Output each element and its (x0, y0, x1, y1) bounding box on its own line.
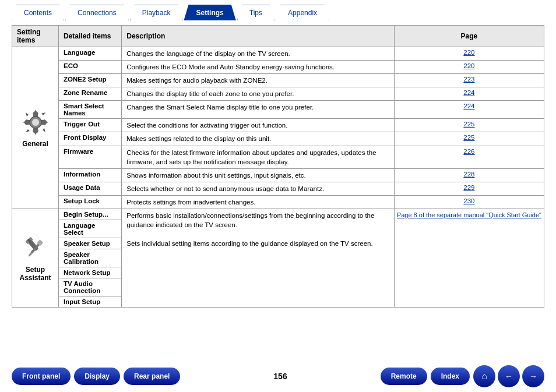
detail-language: Language (59, 47, 122, 61)
page-setup-assistant: Page 8 of the separate manual "Quick Sta… (394, 209, 544, 308)
forward-icon: → (529, 372, 537, 381)
desc-eco: Configures the ECO Mode and Auto Standby… (122, 61, 395, 74)
detail-zone-rename: Zone Rename (59, 87, 122, 101)
detail-front-display: Front Display (59, 132, 122, 146)
tab-appendix[interactable]: Appendix (276, 5, 329, 20)
detail-network-setup: Network Setup (59, 267, 122, 278)
back-icon: ← (505, 372, 513, 381)
table-row: Setup Assistant Begin Setup... Performs … (12, 209, 544, 220)
general-label: General (15, 139, 56, 149)
detail-speaker-calibration: Speaker Calibration (59, 249, 122, 267)
footer-nav-buttons: Front panel Display Rear panel (12, 368, 180, 385)
front-panel-button[interactable]: Front panel (12, 368, 71, 385)
tab-playback[interactable]: Playback (130, 5, 183, 20)
detail-language-select: Language Select (59, 220, 122, 238)
col-header-description: Description (122, 26, 395, 47)
tab-connections[interactable]: Connections (65, 5, 129, 20)
footer: Front panel Display Rear panel 156 Remot… (0, 361, 556, 392)
main-content: Setting items Detailed items Description… (0, 20, 556, 361)
detail-input-setup: Input Setup (59, 296, 122, 308)
detail-setup-lock: Setup Lock (59, 195, 122, 209)
nav-tabs: Contents Connections Playback Settings T… (0, 0, 556, 20)
tab-settings[interactable]: Settings (184, 5, 235, 20)
setup-assistant-label: Setup Assistant (15, 264, 56, 283)
footer-icon-buttons: ⌂ ← → (473, 365, 544, 387)
desc-smart-select: Changes the Smart Select Name display ti… (122, 101, 395, 119)
desc-usage-data: Selects whether or not to send anonymous… (122, 182, 395, 195)
table-row: ECO Configures the ECO Mode and Auto Sta… (12, 61, 544, 74)
settings-table: Setting items Detailed items Description… (12, 25, 544, 308)
home-icon: ⌂ (481, 371, 487, 382)
detail-eco: ECO (59, 61, 122, 74)
display-button[interactable]: Display (74, 368, 120, 385)
table-row: General Language Changes the language of… (12, 47, 544, 61)
desc-zone2: Makes settings for audio playback with Z… (122, 74, 395, 87)
remote-button[interactable]: Remote (381, 368, 427, 385)
tab-tips[interactable]: Tips (237, 5, 275, 20)
footer-right-buttons: Remote Index ⌂ ← → (381, 365, 544, 387)
page-information[interactable]: 228 (394, 168, 544, 182)
desc-information: Shows information about this unit settin… (122, 168, 395, 182)
page-language[interactable]: 220 (394, 47, 544, 61)
home-button[interactable]: ⌂ (473, 365, 495, 387)
desc-firmware: Checks for the latest firmware informati… (122, 146, 395, 168)
page-number: 156 (268, 372, 293, 381)
desc-setup-assistant: Performs basic installation/connections/… (122, 209, 395, 308)
desc-setup-lock: Protects settings from inadvertent chang… (122, 195, 395, 209)
table-row: Trigger Out Select the conditions for ac… (12, 119, 544, 132)
page-setup-lock[interactable]: 230 (394, 195, 544, 209)
detail-begin-setup: Begin Setup... (59, 209, 122, 220)
col-header-setting: Setting items (12, 26, 59, 47)
page-front-display[interactable]: 225 (394, 132, 544, 146)
desc-language: Changes the language of the display on t… (122, 47, 395, 61)
detail-speaker-setup: Speaker Setup (59, 238, 122, 249)
table-row: ZONE2 Setup Makes settings for audio pla… (12, 74, 544, 87)
general-icon-cell: General (12, 47, 59, 209)
col-header-detail: Detailed items (59, 26, 122, 47)
setup-assistant-icon-cell: Setup Assistant (12, 209, 59, 308)
table-row: Setup Lock Protects settings from inadve… (12, 195, 544, 209)
forward-button[interactable]: → (522, 365, 544, 387)
rear-panel-button[interactable]: Rear panel (124, 368, 180, 385)
table-row: Information Shows information about this… (12, 168, 544, 182)
desc-zone-rename: Changes the display title of each zone t… (122, 87, 395, 101)
detail-smart-select: Smart Select Names (59, 101, 122, 119)
table-row: Smart Select Names Changes the Smart Sel… (12, 101, 544, 119)
page-usage-data[interactable]: 229 (394, 182, 544, 195)
page-smart-select[interactable]: 224 (394, 101, 544, 119)
table-row: Zone Rename Changes the display title of… (12, 87, 544, 101)
tab-contents[interactable]: Contents (12, 5, 64, 20)
table-row: Usage Data Selects whether or not to sen… (12, 182, 544, 195)
table-row: Firmware Checks for the latest firmware … (12, 146, 544, 168)
index-button[interactable]: Index (431, 368, 470, 385)
desc-front-display: Makes settings related to the display on… (122, 132, 395, 146)
desc-trigger-out: Select the conditions for activating tri… (122, 119, 395, 132)
back-button[interactable]: ← (498, 365, 520, 387)
table-row: Front Display Makes settings related to … (12, 132, 544, 146)
detail-zone2: ZONE2 Setup (59, 74, 122, 87)
page-eco[interactable]: 220 (394, 61, 544, 74)
svg-point-10 (32, 119, 39, 126)
page-zone-rename[interactable]: 224 (394, 87, 544, 101)
page-firmware[interactable]: 226 (394, 146, 544, 168)
page-trigger-out[interactable]: 225 (394, 119, 544, 132)
detail-tv-audio: TV Audio Connection (59, 278, 122, 296)
gear-icon (20, 107, 51, 137)
detail-usage-data: Usage Data (59, 182, 122, 195)
col-header-page: Page (394, 26, 544, 47)
detail-firmware: Firmware (59, 146, 122, 168)
detail-information: Information (59, 168, 122, 182)
page-zone2[interactable]: 223 (394, 74, 544, 87)
detail-trigger-out: Trigger Out (59, 119, 122, 132)
wrench-icon (20, 233, 51, 263)
